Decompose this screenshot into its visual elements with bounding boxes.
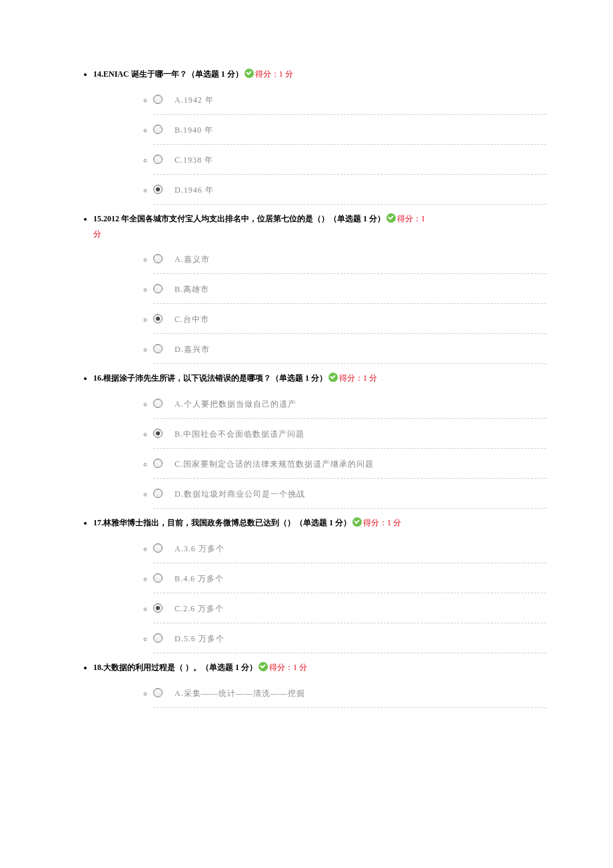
- question-item: 15.2012 年全国各城市支付宝人均支出排名中，位居第七位的是（）（单选题 1…: [93, 211, 546, 365]
- option-label: D.5.6 万多个: [175, 634, 225, 643]
- option-item[interactable]: D.数据垃圾对商业公司是一个挑战: [153, 479, 546, 509]
- option-item[interactable]: B.1940 年: [153, 115, 546, 145]
- option-label: C.国家要制定合适的法律来规范数据遗产继承的问题: [175, 459, 374, 469]
- option-label: D.1946 年: [175, 185, 214, 195]
- radio-icon[interactable]: [153, 459, 163, 468]
- radio-selected-icon[interactable]: [153, 314, 163, 323]
- radio-icon[interactable]: [153, 573, 163, 583]
- question-type-label: （单选题 1 分）: [271, 373, 327, 383]
- option-item[interactable]: C.国家要制定合适的法律来规范数据遗产继承的问题: [153, 449, 546, 479]
- correct-check-icon: [386, 213, 396, 223]
- radio-selected-icon[interactable]: [153, 429, 163, 438]
- question-text: 大数据的利用过程是（ ）。: [103, 663, 201, 672]
- radio-icon[interactable]: [153, 399, 163, 408]
- score-label: 得分：1: [397, 214, 425, 223]
- correct-check-icon: [328, 373, 338, 382]
- score-label: 得分：1 分: [363, 518, 401, 527]
- radio-icon[interactable]: [153, 633, 163, 643]
- question-number: 14.: [93, 69, 103, 79]
- option-item[interactable]: B.高雄市: [153, 274, 546, 304]
- question-number: 17.: [93, 518, 103, 527]
- option-label: C.1938 年: [175, 155, 213, 165]
- correct-check-icon: [352, 517, 362, 527]
- question-type-label: （单选题 1 分）: [295, 518, 351, 527]
- question-title: 18.大数据的利用过程是（ ）。（单选题 1 分）得分：1 分: [93, 660, 546, 675]
- option-item[interactable]: A.3.6 万多个: [153, 533, 546, 563]
- question-list: 14.ENIAC 诞生于哪一年？（单选题 1 分）得分：1 分A.1942 年B…: [67, 67, 546, 708]
- option-label: B.4.6 万多个: [175, 574, 224, 583]
- option-label: A.3.6 万多个: [175, 544, 225, 553]
- options-list: A.嘉义市B.高雄市C.台中市D.嘉兴市: [93, 244, 546, 364]
- option-item[interactable]: A.个人要把数据当做自己的遗产: [153, 389, 546, 419]
- question-type-label: （单选题 1 分）: [187, 69, 243, 79]
- radio-icon[interactable]: [153, 284, 163, 293]
- option-label: D.嘉兴市: [175, 345, 210, 354]
- option-label: A.采集——统计——清洗——挖掘: [175, 689, 305, 698]
- option-item[interactable]: A.采集——统计——清洗——挖掘: [153, 678, 546, 708]
- options-list: A.3.6 万多个B.4.6 万多个C.2.6 万多个D.5.6 万多个: [93, 533, 546, 653]
- option-label: B.中国社会不会面临数据遗产问题: [175, 429, 305, 439]
- option-label: C.台中市: [175, 315, 209, 324]
- score-label: 得分：1 分: [269, 663, 307, 672]
- score-label: 得分：1 分: [339, 373, 377, 383]
- question-item: 17.林雅华博士指出，目前，我国政务微博总数已达到（）（单选题 1 分）得分：1…: [93, 515, 546, 653]
- correct-check-icon: [245, 69, 254, 78]
- question-item: 14.ENIAC 诞生于哪一年？（单选题 1 分）得分：1 分A.1942 年B…: [93, 67, 546, 205]
- radio-icon[interactable]: [153, 344, 163, 353]
- question-title: 15.2012 年全国各城市支付宝人均支出排名中，位居第七位的是（）（单选题 1…: [93, 211, 546, 242]
- options-list: A.个人要把数据当做自己的遗产B.中国社会不会面临数据遗产问题C.国家要制定合适…: [93, 389, 546, 509]
- question-number: 15.: [93, 214, 103, 223]
- option-item[interactable]: C.台中市: [153, 304, 546, 334]
- option-item[interactable]: B.4.6 万多个: [153, 563, 546, 593]
- question-title: 14.ENIAC 诞生于哪一年？（单选题 1 分）得分：1 分: [93, 67, 546, 82]
- option-label: A.嘉义市: [175, 255, 210, 264]
- option-item[interactable]: D.嘉兴市: [153, 334, 546, 364]
- question-text: 林雅华博士指出，目前，我国政务微博总数已达到（）: [103, 518, 295, 527]
- option-item[interactable]: D.5.6 万多个: [153, 623, 546, 653]
- radio-selected-icon[interactable]: [153, 185, 163, 194]
- radio-icon[interactable]: [153, 155, 163, 164]
- question-title: 17.林雅华博士指出，目前，我国政务微博总数已达到（）（单选题 1 分）得分：1…: [93, 515, 546, 531]
- question-text: 2012 年全国各城市支付宝人均支出排名中，位居第七位的是（）: [103, 214, 329, 223]
- option-label: A.1942 年: [175, 95, 214, 105]
- option-item[interactable]: D.1946 年: [153, 175, 546, 205]
- question-text: 根据涂子沛先生所讲，以下说法错误的是哪项？: [103, 373, 271, 383]
- option-label: D.数据垃圾对商业公司是一个挑战: [175, 489, 305, 499]
- option-item[interactable]: C.2.6 万多个: [153, 593, 546, 623]
- question-text: ENIAC 诞生于哪一年？: [103, 69, 187, 79]
- radio-icon[interactable]: [153, 543, 163, 553]
- score-label-cont: 分: [93, 229, 101, 239]
- radio-icon[interactable]: [153, 688, 163, 697]
- option-item[interactable]: B.中国社会不会面临数据遗产问题: [153, 419, 546, 449]
- option-label: A.个人要把数据当做自己的遗产: [175, 399, 297, 409]
- radio-selected-icon[interactable]: [153, 603, 163, 613]
- radio-icon[interactable]: [153, 125, 163, 134]
- radio-icon[interactable]: [153, 489, 163, 498]
- radio-icon[interactable]: [153, 95, 163, 104]
- question-item: 18.大数据的利用过程是（ ）。（单选题 1 分）得分：1 分A.采集——统计—…: [93, 660, 546, 708]
- option-item[interactable]: C.1938 年: [153, 145, 546, 175]
- option-label: C.2.6 万多个: [175, 604, 224, 613]
- question-type-label: （单选题 1 分）: [329, 214, 385, 223]
- radio-icon[interactable]: [153, 254, 163, 263]
- score-label: 得分：1 分: [255, 69, 293, 79]
- question-number: 18.: [93, 663, 103, 672]
- option-label: B.高雄市: [175, 285, 209, 294]
- question-number: 16.: [93, 373, 103, 383]
- correct-check-icon: [259, 662, 268, 671]
- option-item[interactable]: A.嘉义市: [153, 244, 546, 274]
- options-list: A.采集——统计——清洗——挖掘: [93, 678, 546, 708]
- question-type-label: （单选题 1 分）: [201, 663, 257, 672]
- options-list: A.1942 年B.1940 年C.1938 年D.1946 年: [93, 85, 546, 205]
- option-label: B.1940 年: [175, 125, 213, 135]
- question-item: 16.根据涂子沛先生所讲，以下说法错误的是哪项？（单选题 1 分）得分：1 分A…: [93, 371, 546, 509]
- question-title: 16.根据涂子沛先生所讲，以下说法错误的是哪项？（单选题 1 分）得分：1 分: [93, 371, 546, 386]
- option-item[interactable]: A.1942 年: [153, 85, 546, 115]
